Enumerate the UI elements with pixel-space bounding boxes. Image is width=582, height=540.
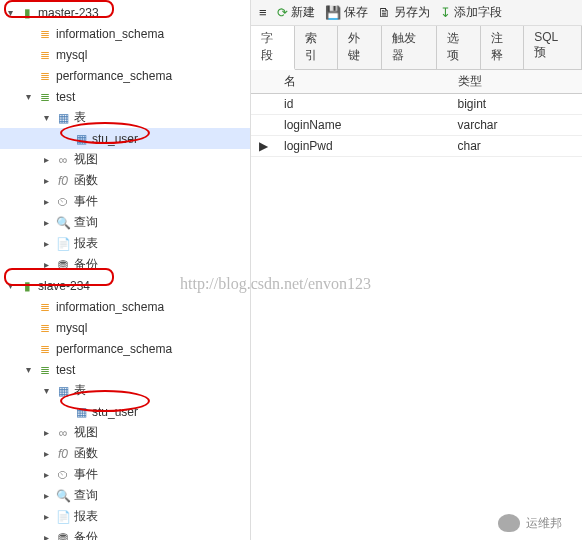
row-indicator: ▶: [251, 136, 276, 157]
footer-brand: 运维邦: [498, 514, 562, 532]
fields-table: 名 类型 idbigintloginNamevarchar▶loginPwdch…: [251, 70, 582, 540]
db-information-schema[interactable]: ≣ information_schema: [0, 296, 250, 317]
chevron-right-icon: ▸: [40, 448, 52, 459]
addfield-icon: ↧: [440, 5, 451, 20]
table-icon: ▦: [73, 404, 89, 420]
database-icon: ≣: [37, 26, 53, 42]
node-reports[interactable]: ▸ 📄 报表: [0, 233, 250, 254]
chevron-right-icon: ▸: [40, 154, 52, 165]
query-icon: 🔍: [55, 488, 71, 504]
cell-type[interactable]: bigint: [450, 94, 582, 115]
database-icon: ≣: [37, 47, 53, 63]
saveas-button[interactable]: 🗎 另存为: [374, 2, 434, 23]
node-queries[interactable]: ▸ 🔍 查询: [0, 485, 250, 506]
db-performance-schema[interactable]: ≣ performance_schema: [0, 338, 250, 359]
connection-label: slave-234: [38, 279, 90, 293]
query-icon: 🔍: [55, 215, 71, 231]
backup-icon: ⛃: [55, 257, 71, 273]
tab-fk[interactable]: 外键: [338, 26, 382, 69]
save-icon: 💾: [325, 5, 341, 20]
db-test[interactable]: ▾ ≣ test: [0, 86, 250, 107]
tabs: 字段 索引 外键 触发器 选项 注释 SQL 预: [251, 26, 582, 70]
node-backup[interactable]: ▸ ⛃ 备份: [0, 527, 250, 540]
chevron-right-icon: ▸: [40, 196, 52, 207]
database-icon: ≣: [37, 89, 53, 105]
event-icon: ⏲: [55, 467, 71, 483]
cell-name[interactable]: loginPwd: [276, 136, 450, 157]
chevron-down-icon: ▾: [40, 385, 52, 396]
chevron-down-icon: ▾: [4, 7, 16, 18]
table-stu-user[interactable]: ▦ stu_user: [0, 401, 250, 422]
row-indicator: [251, 94, 276, 115]
table-icon: ▦: [73, 131, 89, 147]
col-type[interactable]: 类型: [450, 70, 582, 94]
tab-options[interactable]: 选项: [437, 26, 481, 69]
tab-sql[interactable]: SQL 预: [524, 26, 582, 69]
view-icon: ∞: [55, 425, 71, 441]
db-performance-schema[interactable]: ≣ performance_schema: [0, 65, 250, 86]
event-icon: ⏲: [55, 194, 71, 210]
function-icon: f0: [55, 173, 71, 189]
cell-type[interactable]: char: [450, 136, 582, 157]
db-test[interactable]: ▾ ≣ test: [0, 359, 250, 380]
table-row[interactable]: idbigint: [251, 94, 582, 115]
chevron-right-icon: ▸: [40, 427, 52, 438]
connection-label: master-233: [38, 6, 99, 20]
new-icon: ⟳: [277, 5, 288, 20]
connection-icon: ▮: [19, 278, 35, 294]
table-row[interactable]: loginNamevarchar: [251, 115, 582, 136]
node-views[interactable]: ▸ ∞ 视图: [0, 422, 250, 443]
tab-comment[interactable]: 注释: [481, 26, 525, 69]
table-group-icon: ▦: [55, 110, 71, 126]
report-icon: 📄: [55, 509, 71, 525]
save-button[interactable]: 💾 保存: [321, 2, 372, 23]
col-name[interactable]: 名: [276, 70, 450, 94]
table-row[interactable]: ▶loginPwdchar: [251, 136, 582, 157]
database-icon: ≣: [37, 362, 53, 378]
table-stu-user[interactable]: ▦ stu_user: [0, 128, 250, 149]
cell-name[interactable]: loginName: [276, 115, 450, 136]
chevron-right-icon: ▸: [40, 175, 52, 186]
tab-fields[interactable]: 字段: [251, 26, 295, 70]
node-backup[interactable]: ▸ ⛃ 备份: [0, 254, 250, 275]
db-mysql[interactable]: ≣ mysql: [0, 317, 250, 338]
addfield-button[interactable]: ↧ 添加字段: [436, 2, 506, 23]
function-icon: f0: [55, 446, 71, 462]
chevron-down-icon: ▾: [22, 364, 34, 375]
database-icon: ≣: [37, 341, 53, 357]
chevron-right-icon: ▸: [40, 469, 52, 480]
node-events[interactable]: ▸ ⏲ 事件: [0, 464, 250, 485]
node-tables[interactable]: ▾ ▦ 表: [0, 380, 250, 401]
backup-icon: ⛃: [55, 530, 71, 541]
chevron-right-icon: ▸: [40, 259, 52, 270]
toolbar: ≡ ⟳ 新建 💾 保存 🗎 另存为 ↧ 添加字段: [251, 0, 582, 26]
db-tree: ▾ ▮ master-233 ≣ information_schema ≣ my…: [0, 0, 250, 540]
chevron-down-icon: ▾: [40, 112, 52, 123]
menu-button[interactable]: ≡: [255, 3, 271, 22]
connection-master[interactable]: ▾ ▮ master-233: [0, 2, 250, 23]
menu-icon: ≡: [259, 5, 267, 20]
chevron-right-icon: ▸: [40, 490, 52, 501]
new-button[interactable]: ⟳ 新建: [273, 2, 319, 23]
connection-icon: ▮: [19, 5, 35, 21]
db-mysql[interactable]: ≣ mysql: [0, 44, 250, 65]
database-icon: ≣: [37, 320, 53, 336]
chevron-down-icon: ▾: [22, 91, 34, 102]
node-views[interactable]: ▸ ∞ 视图: [0, 149, 250, 170]
node-queries[interactable]: ▸ 🔍 查询: [0, 212, 250, 233]
db-information-schema[interactable]: ≣ information_schema: [0, 23, 250, 44]
tab-indexes[interactable]: 索引: [295, 26, 339, 69]
node-functions[interactable]: ▸ f0 函数: [0, 170, 250, 191]
node-tables[interactable]: ▾ ▦ 表: [0, 107, 250, 128]
node-reports[interactable]: ▸ 📄 报表: [0, 506, 250, 527]
cell-name[interactable]: id: [276, 94, 450, 115]
chevron-right-icon: ▸: [40, 217, 52, 228]
chevron-right-icon: ▸: [40, 238, 52, 249]
node-functions[interactable]: ▸ f0 函数: [0, 443, 250, 464]
cell-type[interactable]: varchar: [450, 115, 582, 136]
chevron-right-icon: ▸: [40, 532, 52, 540]
node-events[interactable]: ▸ ⏲ 事件: [0, 191, 250, 212]
row-indicator: [251, 115, 276, 136]
connection-slave[interactable]: ▾ ▮ slave-234: [0, 275, 250, 296]
tab-triggers[interactable]: 触发器: [382, 26, 437, 69]
